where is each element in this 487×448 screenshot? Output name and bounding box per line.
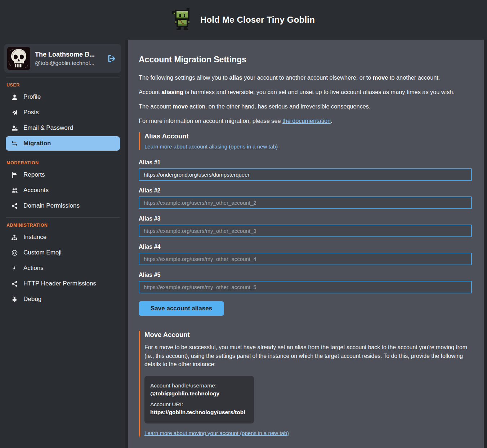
section-label-moderation: MODERATION <box>6 160 125 165</box>
alias-4-label: Alias #4 <box>139 244 469 250</box>
page-title: Account Migration Settings <box>139 55 469 65</box>
sidebar-item-posts[interactable]: Posts <box>6 105 120 120</box>
sidebar-item-accounts[interactable]: Accounts <box>6 183 120 198</box>
moderation-nav: Reports Accounts Domain Permissions <box>0 168 125 213</box>
alias-1-label: Alias #1 <box>139 159 469 166</box>
share-nodes-icon <box>10 281 18 287</box>
sidebar-item-actions[interactable]: Actions <box>6 261 120 275</box>
alias-form: Alias #1 Alias #2 Alias #3 Alias #4 Alia… <box>139 159 469 316</box>
save-account-aliases-button[interactable]: Save account aliases <box>139 301 224 316</box>
alias-docs-link[interactable]: Learn more about account aliasing (opens… <box>144 143 278 150</box>
alias-5-label: Alias #5 <box>139 272 469 278</box>
alias-3-label: Alias #3 <box>139 216 469 222</box>
account-details-box: Account handle/username: @tobi@goblin.te… <box>144 376 254 423</box>
intro-paragraph-3: The account move action, on the other ha… <box>139 102 469 111</box>
share-nodes-icon <box>10 203 18 209</box>
sidebar-item-debug[interactable]: Debug <box>6 292 120 306</box>
user-card: The Loathsome B... @tobi@goblin.technol.… <box>4 44 121 73</box>
exchange-arrows-icon <box>10 140 18 147</box>
sidebar-item-custom-emoji[interactable]: Custom Emoji <box>6 245 120 260</box>
nav-label: Posts <box>23 109 39 116</box>
alias-1-input[interactable] <box>139 168 472 181</box>
sidebar-item-profile[interactable]: Profile <box>6 90 120 104</box>
migration-settings-panel: Account Migration Settings The following… <box>128 40 484 448</box>
alias-account-heading: Alias Account <box>144 132 469 140</box>
section-label-user: USER <box>6 83 125 88</box>
sidebar-item-instance[interactable]: Instance <box>6 230 120 244</box>
nav-label: Instance <box>23 234 46 241</box>
user-icon <box>10 94 18 100</box>
sidebar-item-domain-permissions[interactable]: Domain Permissions <box>6 199 120 213</box>
section-label-administration: ADMINISTRATION <box>6 223 125 228</box>
sidebar-item-reports[interactable]: Reports <box>6 168 120 182</box>
alias-2-input[interactable] <box>139 196 472 209</box>
intro-paragraph-2: Account aliasing is harmless and reversi… <box>139 88 469 96</box>
account-uri-value: https://goblin.technology/users/tobi <box>150 409 245 416</box>
sidebar-item-email-password[interactable]: Email & Password <box>6 121 120 135</box>
bug-icon <box>10 296 18 302</box>
nav-label: Custom Emoji <box>23 249 62 256</box>
move-account-paragraph: For a move to be successful, you must ha… <box>144 343 469 369</box>
divider <box>6 217 120 218</box>
sidebar-item-http-header-permissions[interactable]: HTTP Header Permissions <box>6 276 120 291</box>
instance-logo-goblin-icon <box>172 8 192 31</box>
divider <box>6 155 120 155</box>
app-header: Hold Me Closer Tiny Goblin <box>0 0 487 40</box>
move-account-heading: Move Account <box>144 331 469 339</box>
alias-4-input[interactable] <box>139 253 472 265</box>
nav-label: Email & Password <box>23 124 73 132</box>
avatar <box>7 47 30 70</box>
alias-3-input[interactable] <box>139 225 472 237</box>
alias-5-input[interactable] <box>139 281 472 293</box>
account-uri-label: Account URI: <box>150 401 245 408</box>
divider <box>6 77 120 77</box>
nav-label: HTTP Header Permissions <box>23 280 96 287</box>
alias-2-label: Alias #2 <box>139 187 469 194</box>
bolt-icon <box>10 265 18 271</box>
nav-label: Actions <box>23 265 44 272</box>
intro-paragraph-1: The following settings allow you to alia… <box>139 73 469 82</box>
account-handle: @tobi@goblin.technol... <box>35 60 102 66</box>
account-handle-value: @tobi@goblin.technology <box>150 390 245 397</box>
nav-label: Profile <box>23 93 41 101</box>
user-nav: Profile Posts Email & Password Migration <box>0 90 125 151</box>
alias-account-section: Alias Account Learn more about account a… <box>139 132 469 150</box>
nav-label: Domain Permissions <box>23 202 80 209</box>
smiley-icon <box>10 250 18 256</box>
nav-label: Migration <box>23 140 51 147</box>
instance-title: Hold Me Closer Tiny Goblin <box>200 15 315 25</box>
logout-button[interactable] <box>106 53 117 64</box>
nav-label: Debug <box>23 296 41 303</box>
nav-label: Reports <box>23 171 45 178</box>
sidebar-item-migration[interactable]: Migration <box>6 136 120 151</box>
paper-plane-icon <box>10 110 18 116</box>
settings-sidebar: The Loathsome B... @tobi@goblin.technol.… <box>0 40 125 448</box>
account-handle-label: Account handle/username: <box>150 382 245 389</box>
intro-paragraph-4: For more information on account migratio… <box>139 116 469 125</box>
users-icon <box>10 187 18 194</box>
nav-label: Accounts <box>23 187 49 194</box>
display-name: The Loathsome B... <box>35 51 102 58</box>
documentation-link[interactable]: the documentation <box>282 117 331 124</box>
move-docs-link[interactable]: Learn more about moving your account (op… <box>144 430 289 436</box>
sitemap-icon <box>10 234 18 240</box>
administration-nav: Instance Custom Emoji Actions HTTP Heade… <box>0 230 125 306</box>
flag-icon <box>10 172 18 178</box>
sign-out-icon <box>107 54 117 63</box>
move-account-section: Move Account For a move to be successful… <box>139 331 469 436</box>
user-lock-icon <box>10 125 18 131</box>
